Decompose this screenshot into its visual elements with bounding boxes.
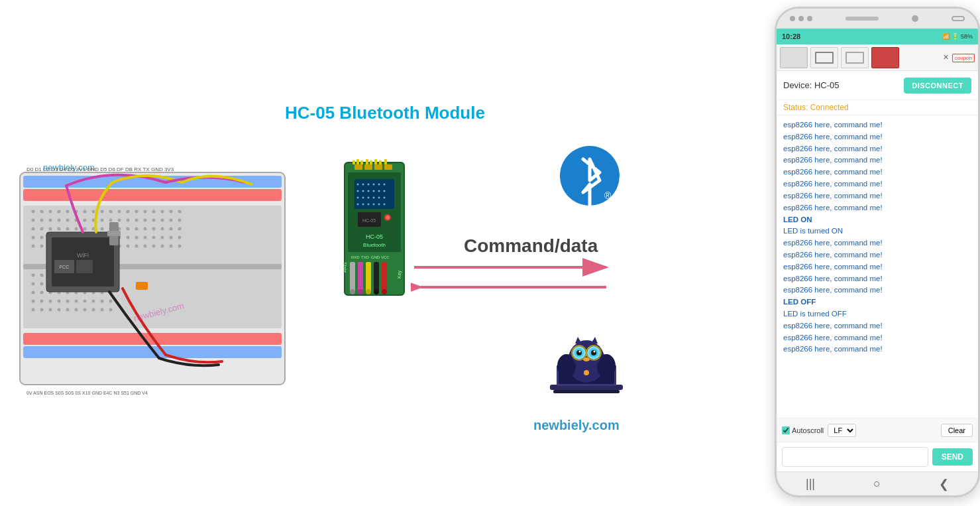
svg-text:Key: Key	[397, 270, 402, 279]
svg-rect-211	[358, 262, 363, 292]
svg-point-174	[357, 184, 359, 186]
device-header: Device: HC-05 DISCONNECT	[777, 71, 978, 100]
wifi-icon: 🔋	[952, 33, 959, 40]
disconnect-button[interactable]: DISCONNECT	[904, 78, 971, 94]
svg-point-184	[378, 190, 380, 192]
svg-point-71	[135, 245, 138, 248]
serial-line: esp8266 here, command me!	[783, 155, 971, 166]
svg-rect-214	[382, 262, 387, 292]
svg-text:D0 D1 D2 D3 D4 D5 3V3 GND D5 D: D0 D1 D2 D3 D4 D5 3V3 GND D5 D6 DF DB RX…	[27, 166, 174, 172]
svg-text:TXD: TXD	[361, 255, 370, 259]
svg-point-116	[58, 308, 61, 312]
svg-point-73	[144, 219, 147, 222]
battery-text: 58%	[961, 33, 973, 40]
svg-point-29	[66, 227, 70, 231]
ad-close-btn[interactable]: ✕ coupon	[943, 53, 975, 62]
svg-point-186	[357, 197, 359, 199]
svg-point-80	[152, 236, 156, 239]
svg-point-105	[40, 300, 44, 303]
bluetooth-icon: ®	[557, 143, 623, 209]
svg-rect-162	[374, 164, 382, 170]
svg-point-7	[32, 210, 35, 214]
newbiely-text: newbiely.com	[533, 418, 620, 433]
svg-point-176	[368, 184, 370, 186]
svg-point-240	[579, 351, 581, 353]
nav-recent-icon[interactable]: |||	[806, 477, 815, 491]
arrow-right	[411, 257, 616, 280]
nav-back-icon[interactable]: ❮	[939, 477, 949, 491]
svg-point-22	[58, 210, 61, 214]
svg-point-11	[32, 245, 35, 248]
svg-point-82	[161, 210, 164, 214]
svg-point-9	[32, 227, 35, 231]
svg-point-100	[32, 300, 35, 303]
svg-point-62	[127, 210, 130, 214]
svg-point-77	[152, 210, 156, 214]
svg-point-93	[178, 219, 182, 222]
command-data-label: Command/data	[464, 235, 598, 257]
svg-point-121	[66, 308, 70, 312]
svg-point-196	[378, 204, 380, 206]
svg-point-136	[92, 308, 95, 312]
svg-point-180	[357, 190, 359, 192]
svg-point-125	[75, 300, 78, 303]
svg-point-101	[32, 308, 35, 312]
close-x: ✕	[943, 53, 949, 61]
svg-point-27	[66, 210, 70, 214]
svg-point-28	[66, 219, 70, 222]
autoscroll-checkbox[interactable]	[782, 426, 790, 434]
autoscroll-text: Autoscroll	[792, 426, 824, 434]
svg-point-78	[152, 219, 156, 222]
clear-button[interactable]: Clear	[941, 424, 973, 437]
svg-point-194	[368, 204, 370, 206]
svg-point-24	[58, 227, 61, 231]
svg-point-18	[49, 219, 52, 222]
svg-point-183	[373, 190, 375, 192]
ad-thumbnail-3	[841, 47, 869, 68]
serial-line: esp8266 here, command me!	[783, 237, 971, 249]
svg-point-75	[144, 236, 147, 239]
phone-volume-btn	[952, 16, 965, 21]
svg-point-141	[101, 308, 104, 312]
coupon-badge: coupon	[952, 54, 975, 62]
svg-point-145	[109, 300, 113, 303]
svg-rect-169	[374, 159, 377, 164]
svg-point-89	[170, 227, 173, 231]
serial-line: esp8266 here, command me!	[783, 344, 971, 355]
svg-point-67	[135, 210, 138, 214]
svg-text:0V ASN EOS S0S S0S 0S X10 GND : 0V ASN EOS S0S S0S 0S X10 GND E4C N3 S51…	[27, 391, 148, 395]
svg-point-192	[357, 204, 359, 206]
serial-output-area[interactable]: esp8266 here, command me!esp8266 here, c…	[777, 115, 978, 418]
svg-point-103	[40, 283, 44, 286]
svg-point-76	[144, 245, 147, 248]
svg-rect-165	[356, 159, 359, 164]
signal-icon: 📶	[942, 33, 950, 40]
svg-point-86	[161, 245, 164, 248]
svg-point-135	[92, 300, 95, 303]
svg-rect-154	[107, 231, 121, 236]
nav-home-icon[interactable]: ○	[873, 477, 881, 491]
svg-point-81	[152, 245, 156, 248]
svg-point-72	[144, 210, 147, 214]
svg-point-241	[594, 351, 596, 353]
svg-point-190	[378, 197, 380, 199]
svg-text:HC-05: HC-05	[362, 218, 376, 223]
send-button[interactable]: SEND	[932, 448, 973, 466]
svg-point-64	[127, 227, 130, 231]
svg-point-97	[32, 274, 35, 277]
send-area: SEND	[777, 442, 978, 472]
line-ending-select[interactable]: LF	[828, 424, 856, 437]
svg-point-185	[384, 190, 386, 192]
svg-point-13	[40, 219, 44, 222]
autoscroll-label: Autoscroll	[782, 426, 824, 434]
svg-point-92	[178, 210, 182, 214]
svg-point-19	[49, 227, 52, 231]
svg-rect-168	[370, 160, 372, 164]
svg-point-130	[83, 300, 87, 303]
send-input[interactable]	[782, 447, 928, 467]
serial-line: esp8266 here, command me!	[783, 261, 971, 273]
status-icons: 📶 🔋 58%	[942, 33, 973, 40]
svg-point-95	[178, 236, 182, 239]
svg-rect-164	[353, 160, 355, 164]
controls-bar: Autoscroll LF Clear	[777, 418, 978, 442]
